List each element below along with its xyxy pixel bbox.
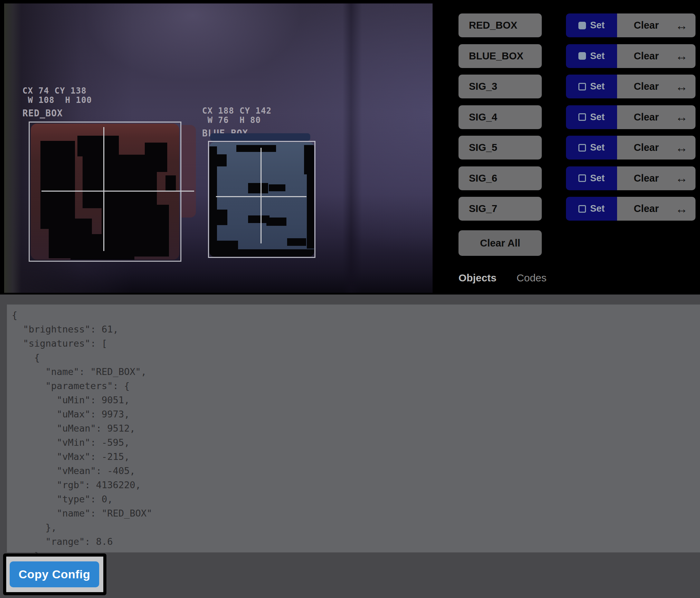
set-checkbox[interactable] [578,205,586,213]
signature-name-button[interactable]: SIG_5 [458,136,542,160]
signature-name-button[interactable]: SIG_4 [458,105,542,129]
set-checkbox[interactable] [578,52,586,60]
set-checkbox[interactable] [578,22,586,29]
row-spacer [542,197,566,221]
signature-row: SIG_3 Set Clear ↔ [458,75,696,98]
swap-arrow-icon[interactable]: ↔ [675,203,688,215]
set-button-label: Set [590,51,605,61]
crosshair-vertical-red [103,127,104,251]
config-section: { "brightness": 61, "signatures": [ { "n… [0,295,700,598]
signature-row: RED_BOX Set Clear ↔ [458,13,696,37]
clear-button[interactable]: Clear ↔ [617,75,696,98]
signature-name-button[interactable]: SIG_3 [458,75,542,98]
tab-objects[interactable]: Objects [458,272,496,284]
signature-row: SIG_5 Set Clear ↔ [458,136,696,160]
object-label: RED_BOX [22,108,63,118]
row-spacer [542,136,566,160]
set-button[interactable]: Set [566,75,617,98]
set-checkbox[interactable] [578,174,586,182]
set-button-label: Set [590,142,605,153]
signature-name-button[interactable]: SIG_7 [458,197,542,221]
object-coords-text: CX 74 CY 138 [22,86,86,96]
row-spacer [542,75,566,98]
swap-arrow-icon[interactable]: ↔ [675,50,688,62]
row-spacer [542,13,566,37]
config-editor[interactable]: { "brightness": 61, "signatures": [ { "n… [7,305,700,552]
clear-button[interactable]: Clear ↔ [617,105,696,129]
blue-cube-top [210,133,310,141]
clear-button[interactable]: Clear ↔ [617,13,696,37]
signature-name-button[interactable]: RED_BOX [458,13,542,37]
clear-button-label: Clear [617,203,675,214]
page: CX 74 CY 138 W 108 H 100 RED_BOX CX 188 … [0,0,700,598]
set-button[interactable]: Set [566,166,617,190]
tab-bar: Objects Codes [458,272,547,284]
swap-arrow-icon[interactable]: ↔ [675,19,688,32]
bounding-box-red [29,122,181,262]
copy-config-highlight: Copy Config [3,553,106,595]
object-size-text: W 76 H 80 [202,116,261,125]
signature-row: SIG_7 Set Clear ↔ [458,197,696,221]
set-button[interactable]: Set [566,136,617,160]
set-button-label: Set [590,203,605,214]
config-json-text[interactable]: { "brightness": 61, "signatures": [ { "n… [7,305,700,563]
signature-row: BLUE_BOX Set Clear ↔ [458,44,696,68]
crosshair-horizontal-blue [216,196,306,197]
set-button[interactable]: Set [566,44,617,68]
row-spacer [542,44,566,68]
row-spacer [542,166,566,190]
set-button-label: Set [590,20,605,31]
crosshair-horizontal-red [41,191,194,192]
clear-button-label: Clear [617,50,675,62]
set-checkbox[interactable] [578,113,586,121]
camera-feed[interactable]: CX 74 CY 138 W 108 H 100 RED_BOX CX 188 … [4,3,433,293]
signature-row: SIG_6 Set Clear ↔ [458,166,696,190]
object-coords-text: CX 188 CY 142 [202,106,272,116]
clear-button-label: Clear [617,81,675,92]
clear-button[interactable]: Clear ↔ [617,136,696,160]
clear-button[interactable]: Clear ↔ [617,197,696,221]
set-button-label: Set [590,173,605,184]
red-cube-side [181,125,196,218]
swap-arrow-icon[interactable]: ↔ [675,142,688,154]
clear-button-label: Clear [617,112,675,123]
row-spacer [542,105,566,129]
tab-codes[interactable]: Codes [517,272,547,284]
set-checkbox[interactable] [578,144,586,152]
object-size-text: W 108 H 100 [22,96,92,105]
clear-button-label: Clear [617,173,675,184]
set-button[interactable]: Set [566,197,617,221]
swap-arrow-icon[interactable]: ↔ [675,172,688,184]
set-checkbox[interactable] [578,83,586,90]
clear-button[interactable]: Clear ↔ [617,44,696,68]
clear-button-label: Clear [617,142,675,153]
signature-panel: RED_BOX Set Clear ↔ BLUE_BOX Set [458,13,696,221]
copy-config-button[interactable]: Copy Config [10,561,99,587]
swap-arrow-icon[interactable]: ↔ [675,111,688,123]
swap-arrow-icon[interactable]: ↔ [675,80,688,93]
signature-name-button[interactable]: SIG_6 [458,166,542,190]
set-button-label: Set [590,81,605,92]
clear-button-label: Clear [617,20,675,31]
set-button[interactable]: Set [566,105,617,129]
set-button[interactable]: Set [566,13,617,37]
clear-button[interactable]: Clear ↔ [617,166,696,190]
signature-row: SIG_4 Set Clear ↔ [458,105,696,129]
signature-name-button[interactable]: BLUE_BOX [458,44,542,68]
set-button-label: Set [590,112,605,123]
bounding-box-blue [208,141,315,258]
crosshair-vertical-blue [261,148,262,243]
clear-all-button[interactable]: Clear All [458,230,542,256]
